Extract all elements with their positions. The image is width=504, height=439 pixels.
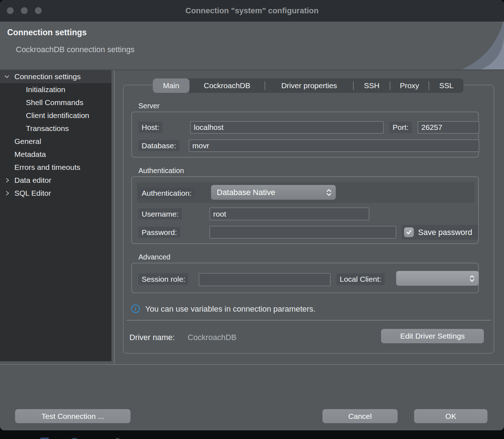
- password-label: Password:: [138, 227, 180, 238]
- tab-ssl[interactable]: SSL: [429, 78, 463, 93]
- screen: Connection "system" configuration Connec…: [0, 0, 504, 439]
- sidebar-item-label: Transactions: [26, 124, 69, 133]
- save-password-label: Save password: [418, 228, 472, 237]
- authentication-select[interactable]: Database Native: [211, 185, 336, 200]
- advanced-group: Session role: Local Client:: [131, 263, 479, 293]
- sidebar-item-sql-editor[interactable]: SQL Editor: [0, 187, 111, 200]
- port-label: Port:: [389, 122, 412, 133]
- tab-label: SSL: [439, 81, 454, 90]
- username-label: Username:: [138, 208, 182, 220]
- checkmark-icon: [406, 229, 412, 236]
- sidebar-item-shell-commands[interactable]: Shell Commands: [0, 96, 111, 109]
- authentication-selected-value: Database Native: [217, 188, 275, 197]
- sidebar-item-transactions[interactable]: Transactions: [0, 122, 111, 135]
- password-input[interactable]: [210, 226, 396, 239]
- window-titlebar[interactable]: Connection "system" configuration: [0, 0, 504, 22]
- page-title: Connection settings: [7, 28, 87, 37]
- save-password-checkbox[interactable]: [404, 227, 414, 237]
- tab-proxy[interactable]: Proxy: [390, 78, 429, 93]
- cancel-button[interactable]: Cancel: [322, 409, 398, 423]
- test-connection-button[interactable]: Test Connection ...: [15, 409, 130, 423]
- footer-divider: [0, 364, 504, 365]
- sidebar-item-label: Errors and timeouts: [14, 163, 80, 172]
- driver-name-label: Driver name:: [129, 333, 175, 342]
- sidebar-item-initialization[interactable]: Initialization: [0, 83, 111, 96]
- up-down-chevrons-icon: [469, 274, 475, 283]
- authentication-group: Authentication: Database Native Username…: [131, 176, 479, 244]
- local-client-select[interactable]: [396, 271, 479, 286]
- info-icon: i: [131, 304, 140, 313]
- host-input[interactable]: [190, 121, 384, 133]
- database-input[interactable]: [189, 140, 479, 152]
- sidebar-item-client-identification[interactable]: Client identification: [0, 109, 111, 122]
- sidebar-item-general[interactable]: General: [0, 135, 111, 148]
- local-client-label: Local Client:: [336, 273, 385, 285]
- sidebar-divider: [114, 70, 115, 364]
- driver-name-value: CockroachDB: [188, 333, 237, 342]
- advanced-group-label: Advanced: [138, 253, 170, 261]
- sidebar-item-label: Shell Commands: [26, 98, 83, 107]
- authentication-group-label: Authentication: [138, 167, 184, 175]
- settings-tree: Connection settings Initialization Shell…: [0, 70, 111, 361]
- server-group: Host: Port: Database:: [131, 112, 479, 158]
- up-down-chevrons-icon: [326, 188, 332, 197]
- sidebar-item-label: Initialization: [26, 85, 65, 94]
- server-group-label: Server: [138, 102, 160, 110]
- tab-label: Proxy: [400, 81, 419, 90]
- sidebar-item-label: Data editor: [14, 176, 51, 185]
- host-label: Host:: [138, 122, 162, 133]
- tab-separator: [429, 81, 429, 90]
- chevron-right-icon[interactable]: [5, 187, 10, 200]
- sidebar-item-data-editor[interactable]: Data editor: [0, 174, 111, 187]
- sidebar-item-label: SQL Editor: [14, 189, 51, 198]
- ok-button[interactable]: OK: [414, 409, 487, 423]
- edit-driver-settings-button[interactable]: Edit Driver Settings: [381, 329, 484, 343]
- tab-main[interactable]: Main: [153, 78, 189, 93]
- database-label: Database:: [138, 140, 179, 151]
- tab-separator: [265, 81, 265, 90]
- tab-ssh[interactable]: SSH: [354, 78, 390, 93]
- chevron-right-icon[interactable]: [5, 174, 10, 187]
- tab-driver-properties[interactable]: Driver properties: [265, 78, 353, 93]
- authentication-label: Authentication:: [138, 187, 195, 199]
- chevron-down-icon[interactable]: [4, 70, 10, 83]
- tab-cockroachdb[interactable]: CockroachDB: [189, 78, 265, 93]
- save-password-option: Save password: [402, 225, 479, 240]
- tab-separator: [390, 81, 390, 90]
- sidebar-item-errors-and-timeouts[interactable]: Errors and timeouts: [0, 161, 111, 174]
- session-role-input[interactable]: [199, 273, 330, 286]
- sidebar-item-connection-settings[interactable]: Connection settings: [0, 70, 111, 83]
- connection-tabs: Main CockroachDB Driver properties SSH P…: [153, 78, 463, 93]
- window-title: Connection "system" configuration: [0, 0, 504, 22]
- port-input[interactable]: [418, 121, 479, 133]
- tab-label: CockroachDB: [204, 81, 251, 90]
- tab-label: Driver properties: [281, 81, 337, 90]
- info-message: You can use variables in connection para…: [145, 304, 316, 314]
- sidebar-item-label: Client identification: [26, 111, 89, 120]
- panel-divider: [127, 320, 491, 321]
- tab-label: SSH: [364, 81, 379, 90]
- sidebar-item-label: Metadata: [14, 150, 46, 159]
- tab-label: Main: [163, 81, 179, 90]
- page-subtitle: CockroachDB connection settings: [16, 45, 134, 54]
- header-decoration: [410, 22, 504, 70]
- connection-configuration-dialog: Connection "system" configuration Connec…: [0, 0, 504, 430]
- desktop-background: [0, 430, 504, 439]
- sidebar-item-label: General: [14, 137, 41, 146]
- sidebar-item-metadata[interactable]: Metadata: [0, 148, 111, 161]
- background-artifact: [40, 438, 49, 439]
- sidebar-item-label: Connection settings: [14, 72, 81, 81]
- tab-separator: [353, 81, 354, 90]
- dialog-header: Connection settings CockroachDB connecti…: [0, 22, 504, 70]
- username-input[interactable]: [210, 208, 369, 220]
- session-role-label: Session role:: [138, 273, 188, 285]
